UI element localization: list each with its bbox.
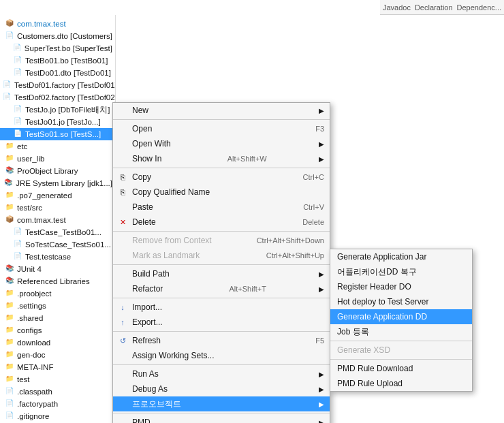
tab-javadoc[interactable]: Javadoc <box>383 3 411 12</box>
menu-shortcut: Alt+Shift+T <box>215 285 266 293</box>
tree-item-label: TestDo01.dto [TestDo01] <box>25 69 111 77</box>
menu-item-copy-qualified[interactable]: ⎘Copy Qualified Name <box>113 185 330 200</box>
tree-item[interactable]: 📄TestDof02.factory [TestDof02] <box>0 91 115 104</box>
menu-item-label: Mark as Landmark <box>132 251 200 260</box>
menu-item-new[interactable]: New▶ <box>113 103 330 118</box>
menu-item-debug-as[interactable]: Debug As▶ <box>113 381 330 396</box>
tree-item[interactable]: 📁META-INF <box>0 361 115 373</box>
submenu-item-pmd-download[interactable]: PMD Rule Download <box>330 361 472 376</box>
tree-item-icon: 📁 <box>5 375 15 384</box>
tab-dependencies[interactable]: Dependenc... <box>457 3 501 12</box>
menu-item-open-with[interactable]: Open With▶ <box>113 136 330 151</box>
submenu-item-job-register[interactable]: Job 등록 <box>330 324 472 339</box>
tree-item-icon: 📁 <box>5 142 15 151</box>
tree-item[interactable]: 📄Test.testcase <box>0 251 115 263</box>
menu-item-pmd[interactable]: PMD▶ <box>113 415 330 423</box>
menu-item-export[interactable]: ↑Export... <box>113 315 330 330</box>
menu-item-refresh[interactable]: ↺RefreshF5 <box>113 333 330 348</box>
menu-item-run-as[interactable]: Run As▶ <box>113 366 330 381</box>
import-icon: ↓ <box>117 302 128 313</box>
menu-item-proobject[interactable]: 프로오브젝트▶ <box>113 396 330 411</box>
submenu: Generate Application Jar어플리케이션DD 복구Regis… <box>330 249 473 392</box>
tab-declaration[interactable]: Declaration <box>415 3 453 12</box>
tree-item[interactable]: 📁.po7_generated <box>0 189 115 202</box>
menu-item-import[interactable]: ↓Import... <box>113 300 330 315</box>
menu-separator <box>113 364 330 365</box>
tree-item[interactable]: 📄.factorypath <box>0 398 115 410</box>
submenu-separator <box>330 341 472 341</box>
tree-item[interactable]: 📄Customers.dto [Customers] <box>0 30 115 42</box>
tree-item[interactable]: 📄TestJo.jo [DbToFile배치] <box>0 104 115 116</box>
tree-item[interactable]: 📁.proobject <box>0 287 115 300</box>
menu-separator <box>113 331 330 332</box>
tree-item[interactable]: 📁gen-doc <box>0 349 115 361</box>
menu-separator <box>113 264 330 265</box>
menu-item-label: Import... <box>132 302 162 312</box>
top-tabs: Javadoc Declaration Dependenc... <box>380 0 504 15</box>
tree-item[interactable]: 📄SoTestCase_TestSo01... <box>0 238 115 251</box>
tree-item-icon: 📄 <box>14 240 23 249</box>
tree-item[interactable]: 📄TestCase_TestBo01... <box>0 226 115 238</box>
menu-item-copy[interactable]: ⎘CopyCtrl+C <box>113 170 330 185</box>
submenu-item-label: 어플리케이션DD 복구 <box>337 266 417 278</box>
menu-item-delete[interactable]: ✕DeleteDelete <box>113 215 330 230</box>
submenu-item-label: Register Header DO <box>337 282 411 292</box>
tree-item[interactable]: 📁download <box>0 336 115 349</box>
tree-item-label: JRE System Library [jdk1...] <box>16 179 112 187</box>
tree-item-label: TestJo01.jo [TestJo...] <box>25 118 101 126</box>
menu-item-refactor[interactable]: RefactorAlt+Shift+T▶ <box>113 281 330 296</box>
tree-item-icon: 📁 <box>5 203 15 213</box>
tree-item-icon: 📄 <box>14 56 23 65</box>
menu-item-open[interactable]: OpenF3 <box>113 121 330 136</box>
tree-item[interactable]: 📄TestBo01.bo [TestBo01] <box>0 54 115 67</box>
tree-item-icon: 📚 <box>5 264 15 274</box>
tree-item[interactable]: 📁test <box>0 373 115 386</box>
tree-item[interactable]: 📦com.tmax.test <box>0 214 115 226</box>
menu-shortcut: F3 <box>302 125 324 133</box>
tree-item-label: test/src <box>17 204 42 212</box>
tree-item[interactable]: 📄SuperTest.bo [SuperTest] <box>0 42 115 54</box>
submenu-arrow-icon: ▶ <box>319 285 324 293</box>
tree-item-icon: 📁 <box>5 326 15 335</box>
menu-item-paste[interactable]: PasteCtrl+V <box>113 200 330 215</box>
menu-item-label: Assign Working Sets... <box>132 351 215 360</box>
tree-item[interactable]: 📚Referenced Libraries <box>0 275 115 287</box>
tree-item[interactable]: 📁test/src <box>0 202 115 214</box>
tree-item[interactable]: 📚JUnit 4 <box>0 263 115 275</box>
tree-item[interactable]: 📄.gitignore <box>0 410 115 422</box>
submenu-item-pmd-upload[interactable]: PMD Rule Upload <box>330 376 472 391</box>
submenu-item-gen-app-jar[interactable]: Generate Application Jar <box>330 249 472 264</box>
tree-item[interactable]: 📁.settings <box>0 300 115 312</box>
submenu-item-label: Job 등록 <box>337 326 369 338</box>
menu-item-label: Open With <box>132 139 171 148</box>
tree-item[interactable]: 📄TestDof01.factory [TestDof01] <box>0 79 115 91</box>
submenu-item-gen-app-dd[interactable]: Generate Application DD <box>330 309 472 324</box>
submenu-item-restore-dd[interactable]: 어플리케이션DD 복구 <box>330 264 472 279</box>
tree-item[interactable]: 📚JRE System Library [jdk1...] <box>0 177 115 189</box>
submenu-arrow-icon: ▶ <box>319 419 324 424</box>
tree-item-icon: 📁 <box>5 301 15 311</box>
submenu-item-register-header-do[interactable]: Register Header DO <box>330 279 472 294</box>
tree-item[interactable]: 📚ProObject Library <box>0 165 115 177</box>
tree-item[interactable]: 📄TestDo01.dto [TestDo01] <box>0 67 115 79</box>
menu-item-label: Paste <box>132 202 153 212</box>
tree-item[interactable]: 📄TestJo01.jo [TestJo...] <box>0 116 115 128</box>
tree-item[interactable]: 📁etc <box>0 140 115 153</box>
tree-item[interactable]: 📁.shared <box>0 312 115 324</box>
tree-item-label: TestCase_TestBo01... <box>25 228 101 236</box>
tree-item[interactable]: 📁configs <box>0 324 115 336</box>
tree-item[interactable]: 📄TestSo01.so [TestS...] <box>0 128 115 140</box>
tree-item[interactable]: 📦com.tmax.test <box>0 18 115 30</box>
menu-item-label: Build Path <box>132 269 170 279</box>
tree-item-icon: 📄 <box>3 93 12 102</box>
tree-item[interactable]: 📄.classpath <box>0 386 115 398</box>
submenu-item-gen-xsd: Generate XSD <box>330 343 472 358</box>
menu-item-assign-working-sets[interactable]: Assign Working Sets... <box>113 348 330 363</box>
menu-item-show-in[interactable]: Show InAlt+Shift+W▶ <box>113 151 330 166</box>
menu-item-label: Refresh <box>132 336 161 345</box>
tree-item-label: etc <box>17 142 27 151</box>
tree-item[interactable]: 📁user_lib <box>0 153 115 165</box>
menu-item-build-path[interactable]: Build Path▶ <box>113 266 330 281</box>
tree-item-icon: 📄 <box>14 68 23 78</box>
submenu-item-hot-deploy[interactable]: Hot deploy to Test Server <box>330 294 472 309</box>
